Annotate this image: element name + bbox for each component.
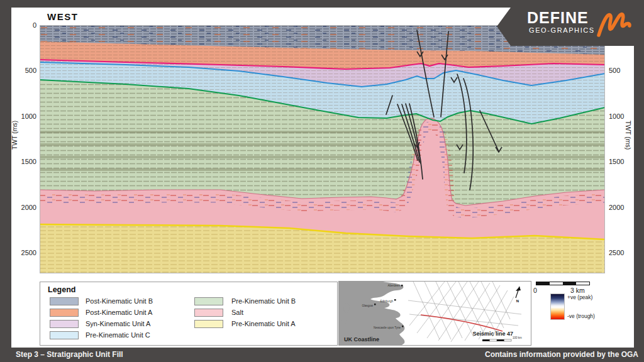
location-map: Aberdeen Glasgow Edinburgh Newcastle upo… <box>338 281 531 346</box>
left-tick-1500: 1500 <box>11 158 36 165</box>
legend-swatch-pre-kinematic-b <box>194 297 223 305</box>
logo-swoosh-icon <box>595 8 633 41</box>
legend-swatch-syn-kinematic-a <box>50 320 79 328</box>
legend-label: Syn-Kinematic Unit A <box>86 320 150 328</box>
right-tick-1500: 1500 <box>609 158 634 165</box>
left-axis-title: TWT (ms) <box>11 121 18 150</box>
legend-swatch-post-kinematic-b <box>50 297 79 305</box>
seismic-line-47-path <box>421 315 502 331</box>
amplitude-colorbar <box>550 293 565 320</box>
right-tick-500: 500 <box>609 67 634 74</box>
legend: Legend Post-Kinematic Unit B Post-Kinema… <box>40 282 338 346</box>
legend-title: Legend <box>48 285 75 294</box>
legend-label: Pre-Kinematic Unit C <box>86 331 150 339</box>
seismic-cross-section <box>40 25 605 273</box>
footer-step-label: Step 3 – Stratigraphic Unit Fill <box>16 350 123 359</box>
legend-swatch-post-kinematic-a <box>50 309 79 317</box>
left-tick-500: 500 <box>11 67 36 74</box>
legend-label: Pre-Kinematic Unit B <box>231 297 296 305</box>
map-canvas: Aberdeen Glasgow Edinburgh Newcastle upo… <box>339 282 531 345</box>
legend-swatch-pre-kinematic-a <box>194 320 223 328</box>
map-coastline-label: UK Coastline <box>344 336 379 343</box>
colorbar-trough-label: -ve (trough) <box>567 313 595 319</box>
logo-title: DEFINE <box>527 9 589 27</box>
scale-start-label: 0 <box>533 287 537 294</box>
legend-label: Post-Kinematic Unit A <box>86 309 152 317</box>
right-axis-title: TWT (ms) <box>625 121 632 150</box>
map-scale-label: 100 km <box>513 336 522 339</box>
footer-bar: Step 3 – Stratigraphic Unit Fill Contain… <box>0 348 644 362</box>
footer-attribution: Contains information provided by the OGA <box>485 350 638 359</box>
legend-swatch-salt <box>194 309 223 317</box>
legend-label: Pre-Kinematic Unit A <box>231 320 295 328</box>
uk-landmass <box>339 282 404 345</box>
left-tick-1000: 1000 <box>11 112 36 120</box>
scale-bar <box>536 282 590 285</box>
right-tick-1000: 1000 <box>609 112 634 120</box>
city-label-edinburgh: Edinburgh <box>380 300 393 303</box>
north-arrow-icon: N <box>516 287 521 303</box>
left-tick-0: 0 <box>11 21 36 29</box>
north-label: N <box>516 299 519 303</box>
right-tick-2500: 2500 <box>609 249 634 256</box>
city-label-newcastle: Newcastle upon Tyne <box>374 326 401 329</box>
legend-swatch-pre-kinematic-c <box>50 331 79 339</box>
left-tick-2500: 2500 <box>11 249 36 256</box>
city-label-glasgow: Glasgow <box>362 304 373 307</box>
left-tick-2000: 2000 <box>11 204 36 211</box>
logo-subtitle: GEO-GRAPHICS <box>529 26 595 34</box>
west-label: WEST <box>47 11 78 22</box>
scale-end-label: 3 km <box>570 287 585 294</box>
map-line-label: Seismic line 47 <box>472 331 513 337</box>
slide: WEST 0 500 1000 1500 2000 2500 TWT (ms) … <box>0 0 644 362</box>
colorbar-peak-label: +ve (peak) <box>567 294 592 300</box>
legend-label: Salt <box>231 309 243 317</box>
figure-panel: WEST 0 500 1000 1500 2000 2500 TWT (ms) … <box>11 8 634 348</box>
city-label-aberdeen: Aberdeen <box>387 284 400 287</box>
right-tick-2000: 2000 <box>609 204 634 211</box>
logo-banner: DEFINE GEO-GRAPHICS <box>496 0 635 49</box>
legend-label: Post-Kinematic Unit B <box>86 297 153 305</box>
